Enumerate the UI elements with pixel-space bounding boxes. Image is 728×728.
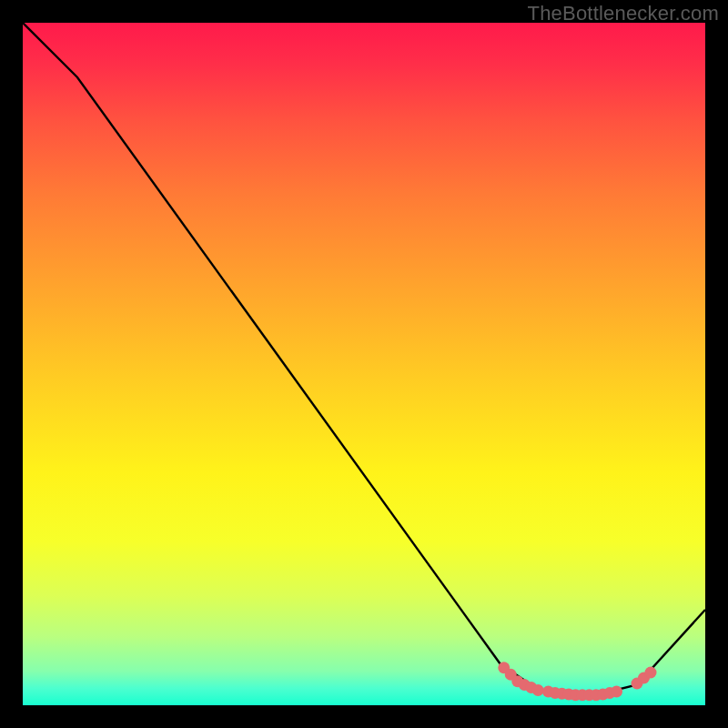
bottleneck-chart [23,23,705,705]
plot-frame [23,23,705,705]
gradient-bg [23,23,705,705]
data-marker [645,667,657,679]
data-marker [532,684,544,696]
data-marker [611,686,622,698]
watermark-text: TheBottlenecker.com [528,2,719,25]
